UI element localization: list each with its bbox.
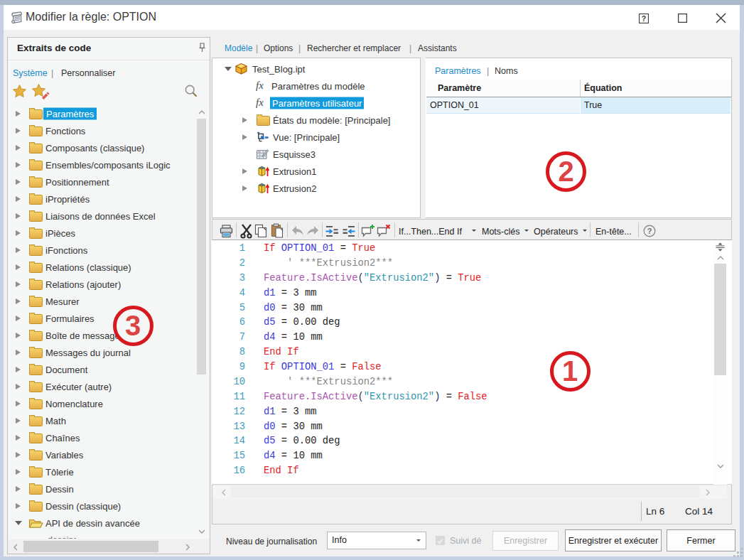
svg-text:?: ?: [647, 227, 652, 235]
svg-text:?: ?: [642, 14, 646, 23]
